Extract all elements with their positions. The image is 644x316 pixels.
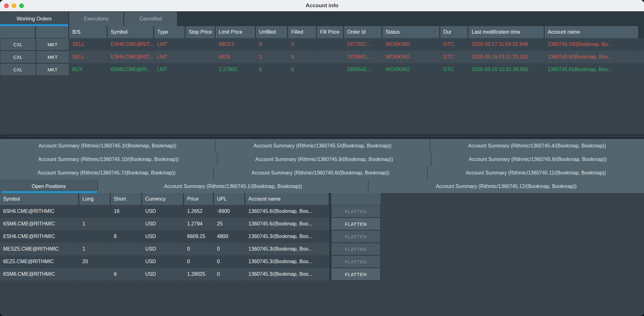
summary-tab-row: Account Summary (Rithmic/1360745.10/(Boo… (0, 152, 644, 166)
tab-account-summary[interactable]: Account Summary (Rithmic/1360745.9/(Book… (217, 152, 431, 166)
tab-working-orders[interactable]: Working Orders (0, 12, 68, 26)
position-cell-long (79, 230, 111, 243)
position-cell-account-name: 1360745.3/(Bookmap, Boo... (245, 243, 330, 255)
flatten-button[interactable]: FLATTEN (331, 268, 380, 280)
tab-account-summary[interactable]: Account Summary (Rithmic/1360745.11/(Boo… (427, 166, 644, 180)
position-cell-currency: USD (142, 268, 184, 280)
order-cell-unfilled: 6 (256, 63, 288, 76)
tab-account-summary[interactable]: Account Summary (Rithmic/1360745.3/(Book… (0, 139, 215, 152)
orders-col-account-name: Account name (545, 26, 638, 38)
positions-col-upl: UPL (214, 193, 244, 205)
orders-col-type: Type (154, 26, 185, 38)
orders-col-b-s: B/S (69, 26, 107, 38)
positions-col-account-name: Account name (245, 193, 329, 205)
summary-tab-row: Open PositionsAccount Summary (Rithmic/1… (0, 180, 644, 193)
tab-account-summary[interactable]: Account Summary (Rithmic/1360745.1/(Book… (97, 180, 368, 193)
order-row[interactable]: CXLMKTSELLESH6.CME@RIT...LMT681810247984… (0, 51, 644, 63)
orders-col-stop-price: Stop Price (186, 26, 215, 38)
order-cell-order-id: 2477607... (344, 38, 382, 51)
tab-account-summary[interactable]: Account Summary (Rithmic/1360745.12/(Boo… (368, 180, 644, 193)
zoom-button[interactable] (19, 3, 24, 8)
market-order-button[interactable]: MKT (36, 51, 69, 63)
order-row[interactable]: CXLMKTSELLESH6.CME@RIT...LMT6853.5602477… (0, 38, 644, 51)
tab-account-summary[interactable]: Account Summary (Rithmic/1360745.8/(Book… (431, 152, 644, 166)
order-cell-dur: GTC (440, 38, 469, 51)
order-cell-fill-price (317, 51, 344, 63)
position-row[interactable]: 6EZ5.CME@RITHMIC20USD001360745.3/(Bookma… (0, 255, 380, 268)
order-cell-stop-price (186, 38, 216, 51)
position-cell-long: 20 (79, 255, 111, 268)
summary-tab-row: Account Summary (Rithmic/1360745.7/(Book… (0, 166, 644, 180)
flatten-button: FLATTEN (331, 230, 380, 243)
orders-col-order-id: Order Id (344, 26, 381, 38)
position-cell-symbol: 6SM6.CME@RITHMIC (0, 218, 79, 230)
cancel-order-button[interactable]: CXL (0, 38, 36, 51)
tab-executions[interactable]: Executions (69, 12, 123, 26)
tab-account-summary[interactable]: Account Summary (Rithmic/1360745.5/(Book… (215, 139, 430, 152)
order-cell-order-id: 2485542... (344, 63, 382, 76)
titlebar: Account info (0, 0, 644, 12)
market-order-button[interactable]: MKT (36, 63, 69, 76)
order-cell-side: SELL (69, 38, 108, 51)
order-cell-limit-price: 1.27805 (216, 63, 256, 76)
market-order-button[interactable]: MKT (36, 38, 69, 51)
order-cell-fill-price (317, 38, 344, 51)
position-cell-price: 1.2652 (184, 205, 214, 218)
order-cell-account-name: 1360745.10/(Bookmap, Bo... (545, 38, 639, 51)
window-title: Account info (306, 3, 338, 9)
position-cell-symbol: 6SH6.CME@RITHMIC (0, 205, 79, 218)
position-cell-currency: USD (142, 230, 184, 243)
order-cell-side: SELL (69, 51, 108, 63)
position-cell-long (79, 205, 111, 218)
traffic-lights (4, 0, 24, 11)
order-cell-filled: 0 (288, 51, 317, 63)
order-cell-filled: 0 (288, 63, 317, 76)
position-row[interactable]: 6SH6.CME@RITHMIC16USD1.2652-99001360745.… (0, 205, 380, 218)
cancel-order-button[interactable]: CXL (0, 63, 36, 76)
position-cell-currency: USD (142, 205, 184, 218)
cancel-order-button[interactable]: CXL (0, 51, 36, 63)
positions-col-long: Long (79, 193, 110, 205)
minimize-button[interactable] (12, 3, 16, 8)
order-cell-stop-price (186, 63, 216, 76)
position-row[interactable]: MESZ5.CME@RITHMIC1USD001360745.3/(Bookma… (0, 243, 380, 255)
tab-account-summary[interactable]: Account Summary (Rithmic/1360745.7/(Book… (0, 166, 213, 180)
order-cell-dur: GTC (440, 51, 469, 63)
order-cell-symbol: 6SM6.CME@RI... (108, 63, 154, 76)
position-cell-upl: 25 (214, 218, 245, 230)
position-cell-short (111, 255, 142, 268)
order-cell-fill-price (317, 63, 344, 76)
position-cell-upl: 0 (214, 255, 245, 268)
orders-col-status: Status (382, 26, 439, 38)
position-cell-symbol: ESH6.CME@RITHMIC (0, 230, 79, 243)
position-row[interactable]: 6SM6.CME@RITHMIC1USD1.2794251360745.6/(B… (0, 218, 380, 230)
order-cell-status: WORKING (382, 38, 440, 51)
order-cell-type: LMT (154, 63, 186, 76)
flatten-button[interactable]: FLATTEN (331, 218, 380, 230)
tab-account-summary[interactable]: Account Summary (Rithmic/1360745.10/(Boo… (0, 152, 217, 166)
summary-tab-row: Account Summary (Rithmic/1360745.3/(Book… (0, 139, 644, 152)
orders-col-filled: Filled (288, 26, 316, 38)
close-button[interactable] (4, 3, 9, 8)
order-cell-unfilled: 6 (256, 38, 288, 51)
tab-account-summary[interactable]: Account Summary (Rithmic/1360745.4/(Book… (430, 139, 644, 152)
position-cell-currency: USD (142, 255, 184, 268)
orders-col-symbol: Symbol (108, 26, 153, 38)
position-cell-long (79, 268, 111, 280)
tab-open-positions[interactable]: Open Positions (0, 180, 97, 193)
position-row[interactable]: 6SM6.CME@RITHMIC6USD1.2802501360745.3/(B… (0, 268, 380, 280)
order-cell-status: WORKING (382, 51, 440, 63)
flatten-button: FLATTEN (331, 243, 380, 255)
position-cell-long: 1 (79, 218, 111, 230)
positions-col-short: Short (111, 193, 141, 205)
order-row[interactable]: CXLMKTBUY6SM6.CME@RI...LMT1.278056024855… (0, 63, 644, 76)
tab-cancelled[interactable]: Cancelled (124, 12, 177, 26)
position-row[interactable]: ESH6.CME@RITHMIC8USD6609.2548001360745.3… (0, 230, 380, 243)
order-cell-limit-price: 6818 (216, 51, 256, 63)
position-cell-symbol: MESZ5.CME@RITHMIC (0, 243, 79, 255)
position-cell-upl: 0 (214, 243, 245, 255)
position-cell-upl: 0 (214, 268, 245, 280)
pane-splitter[interactable] (0, 135, 644, 139)
tab-account-summary[interactable]: Account Summary (Rithmic/1360745.6/(Book… (213, 166, 427, 180)
orders-col-limit-price: Limit Price (216, 26, 255, 38)
